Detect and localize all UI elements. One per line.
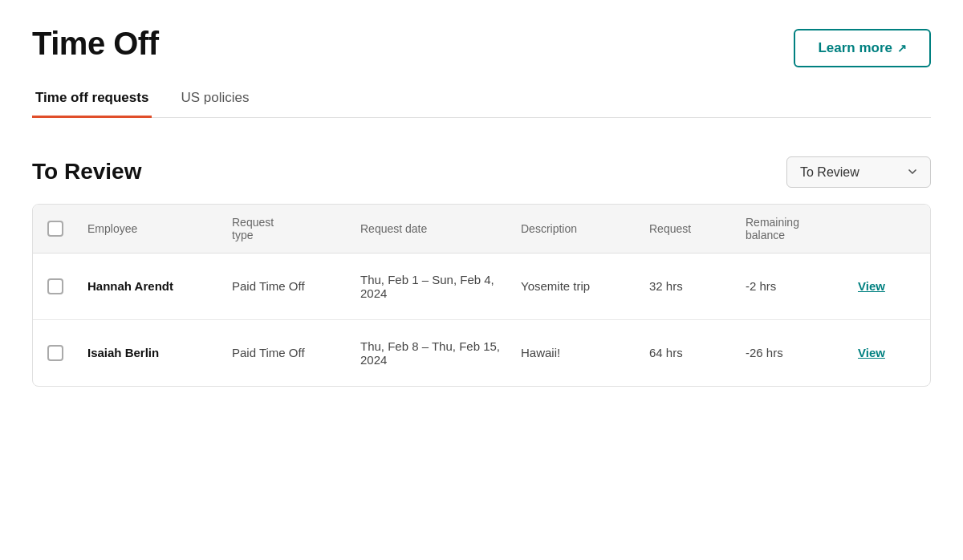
row-1-request-date: Thu, Feb 1 – Sun, Feb 4, 2024	[351, 273, 511, 300]
row-2-request-type: Paid Time Off	[222, 346, 351, 359]
table-row: Isaiah Berlin Paid Time Off Thu, Feb 8 –…	[33, 320, 930, 386]
row-1-employee: Hannah Arendt	[78, 279, 222, 293]
tab-navigation: Time off requests US policies	[32, 80, 931, 118]
row-2-description: Hawaii!	[511, 346, 640, 359]
header-request: Request	[640, 222, 736, 235]
row-1-remaining-balance: -2 hrs	[736, 279, 848, 293]
filter-dropdown[interactable]: To Review Approved Denied All	[786, 156, 931, 188]
requests-table: Employee Requesttype Request date Descri…	[32, 204, 931, 387]
header-request-date: Request date	[351, 222, 511, 235]
tab-us-policies[interactable]: US policies	[177, 80, 252, 118]
row-2-employee-name: Isaiah Berlin	[87, 346, 159, 359]
learn-more-button[interactable]: Learn more ↗	[794, 29, 931, 67]
row-1-employee-name: Hannah Arendt	[87, 279, 173, 293]
row-2-request: 64 hrs	[640, 346, 736, 359]
page-header: Time Off Learn more ↗	[32, 26, 931, 67]
header-request-type: Requesttype	[222, 216, 351, 241]
row-2-employee: Isaiah Berlin	[78, 346, 222, 359]
tab-time-off-requests[interactable]: Time off requests	[32, 80, 152, 118]
row-1-action-cell: View	[848, 279, 912, 293]
row-2-request-date: Thu, Feb 8 – Thu, Feb 15, 2024	[351, 339, 511, 367]
section-title: To Review	[32, 159, 141, 185]
header-employee: Employee	[78, 222, 222, 235]
row-1-request-type: Paid Time Off	[222, 279, 351, 293]
row-1-description: Yosemite trip	[511, 279, 640, 293]
table-header: Employee Requesttype Request date Descri…	[33, 205, 930, 254]
row-1-checkbox[interactable]	[47, 278, 63, 294]
header-checkbox-cell	[33, 221, 78, 237]
row-2-view-link[interactable]: View	[858, 346, 885, 359]
learn-more-label: Learn more	[818, 40, 892, 56]
table-row: Hannah Arendt Paid Time Off Thu, Feb 1 –…	[33, 254, 930, 320]
section-header: To Review To Review Approved Denied All	[32, 156, 931, 188]
header-description: Description	[511, 222, 640, 235]
select-all-checkbox[interactable]	[47, 221, 63, 237]
row-1-request: 32 hrs	[640, 279, 736, 293]
row-1-checkbox-cell	[33, 278, 78, 294]
page-title: Time Off	[32, 26, 159, 62]
row-2-checkbox[interactable]	[47, 345, 63, 361]
row-2-checkbox-cell	[33, 345, 78, 361]
external-link-icon: ↗	[897, 42, 907, 55]
row-2-remaining-balance: -26 hrs	[736, 346, 848, 359]
header-remaining-balance: Remainingbalance	[736, 216, 848, 241]
row-2-action-cell: View	[848, 346, 912, 359]
row-1-view-link[interactable]: View	[858, 279, 885, 293]
